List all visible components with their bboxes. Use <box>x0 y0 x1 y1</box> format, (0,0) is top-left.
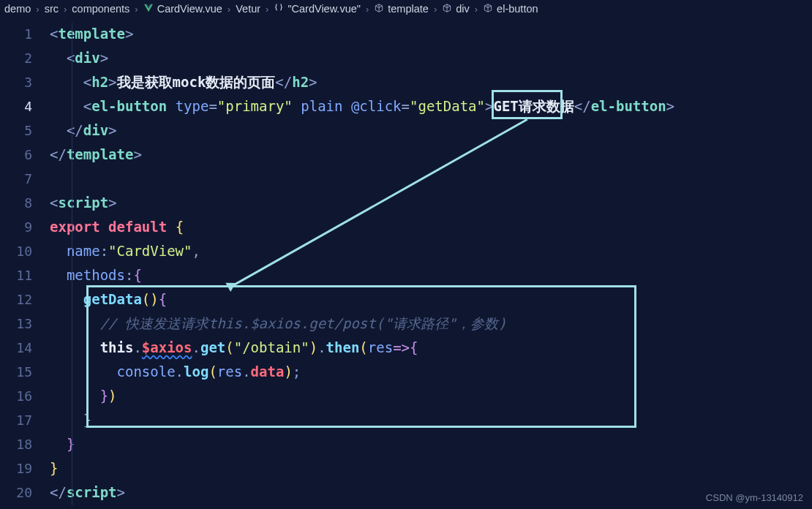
cube-icon <box>442 3 452 15</box>
breadcrumb-item[interactable]: Vetur <box>236 3 260 15</box>
code-content: this.$axios.get("/obtain").then(res=>{ <box>50 336 418 360</box>
line-number: 1 <box>0 22 50 46</box>
line-number: 5 <box>0 118 50 143</box>
line-number: 8 <box>0 191 50 215</box>
line-number: 17 <box>0 408 50 432</box>
breadcrumb-separator-icon: › <box>228 4 230 15</box>
breadcrumb-item[interactable]: div <box>442 3 470 15</box>
code-line[interactable]: 3 <h2>我是获取mock数据的页面</h2> <box>0 70 812 94</box>
breadcrumb[interactable]: demo›src›components›CardView.vue›Vetur›"… <box>0 0 812 19</box>
code-content: <script> <box>50 191 117 215</box>
code-content: </div> <box>50 118 117 143</box>
code-line[interactable]: 16 }) <box>0 384 812 408</box>
breadcrumb-item[interactable]: components <box>72 3 129 15</box>
code-line[interactable]: 2 <div> <box>0 46 812 70</box>
line-number: 12 <box>0 287 50 312</box>
breadcrumb-label: components <box>72 3 129 15</box>
breadcrumb-label: "CardView.vue" <box>287 3 361 15</box>
code-content: } <box>50 456 58 480</box>
code-line[interactable]: 15 console.log(res.data); <box>0 360 812 384</box>
line-number: 11 <box>0 263 50 287</box>
breadcrumb-label: el-button <box>497 3 538 15</box>
line-number: 13 <box>0 312 50 336</box>
code-content: console.log(res.data); <box>50 360 301 384</box>
line-number: 20 <box>0 480 50 505</box>
code-content: <el-button type="primary" plain @click="… <box>50 94 674 118</box>
breadcrumb-item[interactable]: template <box>374 3 429 15</box>
cube-icon <box>374 3 384 15</box>
watermark: CSDN @ym-13140912 <box>706 492 803 503</box>
code-line[interactable]: 12 getData(){ <box>0 287 812 312</box>
code-content: <div> <box>50 46 108 70</box>
code-line[interactable]: 6</template> <box>0 143 812 167</box>
code-line[interactable]: 4 <el-button type="primary" plain @click… <box>0 94 812 118</box>
code-content: </script> <box>50 480 125 505</box>
cube-icon <box>483 3 493 15</box>
breadcrumb-separator-icon: › <box>135 4 138 15</box>
line-number: 4 <box>0 94 50 118</box>
breadcrumb-label: demo <box>4 3 31 15</box>
code-line[interactable]: 8<script> <box>0 191 812 215</box>
code-content: export default { <box>50 215 184 239</box>
breadcrumb-item[interactable]: src <box>45 3 59 15</box>
line-number: 14 <box>0 336 50 360</box>
code-content: }) <box>50 384 117 408</box>
breadcrumb-label: div <box>456 3 470 15</box>
line-number: 10 <box>0 239 50 263</box>
breadcrumb-separator-icon: › <box>366 4 369 15</box>
code-content: } <box>50 408 91 432</box>
code-content: </template> <box>50 143 142 167</box>
code-line[interactable]: 17 } <box>0 408 812 432</box>
breadcrumb-label: Vetur <box>236 3 260 15</box>
line-number: 19 <box>0 456 50 480</box>
breadcrumb-separator-icon: › <box>266 4 268 15</box>
code-line[interactable]: 14 this.$axios.get("/obtain").then(res=>… <box>0 336 812 360</box>
code-content: getData(){ <box>50 287 167 312</box>
code-content: <template> <box>50 22 133 46</box>
code-line[interactable]: 20</script> <box>0 480 812 505</box>
line-number: 6 <box>0 143 50 167</box>
vue-icon <box>143 3 154 15</box>
code-content: methods:{ <box>50 263 142 287</box>
breadcrumb-item[interactable]: el-button <box>483 3 538 15</box>
line-number: 9 <box>0 215 50 239</box>
code-line[interactable]: 9export default { <box>0 215 812 239</box>
code-line[interactable]: 7 <box>0 167 812 191</box>
line-number: 15 <box>0 360 50 384</box>
breadcrumb-separator-icon: › <box>64 4 67 15</box>
breadcrumb-label: template <box>388 3 429 15</box>
code-line[interactable]: 18 } <box>0 432 812 456</box>
breadcrumb-item[interactable]: CardView.vue <box>143 3 222 15</box>
braces-icon <box>274 3 284 15</box>
line-number: 2 <box>0 46 50 70</box>
breadcrumb-item[interactable]: "CardView.vue" <box>274 3 361 15</box>
breadcrumb-separator-icon: › <box>36 4 39 15</box>
breadcrumb-separator-icon: › <box>475 4 478 15</box>
line-number: 7 <box>0 167 50 191</box>
line-number: 3 <box>0 70 50 94</box>
code-line[interactable]: 1<template> <box>0 22 812 46</box>
breadcrumb-separator-icon: › <box>434 4 437 15</box>
code-line[interactable]: 11 methods:{ <box>0 263 812 287</box>
line-number: 18 <box>0 432 50 456</box>
code-line[interactable]: 19} <box>0 456 812 480</box>
code-editor[interactable]: 1<template>2 <div>3 <h2>我是获取mock数据的页面</h… <box>0 19 812 505</box>
line-number: 16 <box>0 384 50 408</box>
code-line[interactable]: 13 // 快速发送请求this.$axios.get/post("请求路径"，… <box>0 312 812 336</box>
breadcrumb-item[interactable]: demo <box>4 3 31 15</box>
breadcrumb-label: src <box>45 3 59 15</box>
code-content: <h2>我是获取mock数据的页面</h2> <box>50 70 317 94</box>
code-content: // 快速发送请求this.$axios.get/post("请求路径"，参数) <box>50 312 507 336</box>
code-line[interactable]: 5 </div> <box>0 118 812 143</box>
breadcrumb-label: CardView.vue <box>157 3 222 15</box>
code-line[interactable]: 10 name:"CardView", <box>0 239 812 263</box>
